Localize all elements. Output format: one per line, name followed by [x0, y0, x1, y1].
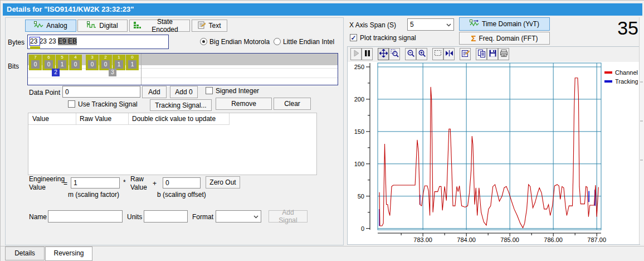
- svg-text:Tracking: Tracking: [615, 78, 638, 85]
- tracking-signal-button[interactable]: Tracking Signal...: [150, 99, 212, 111]
- add-zero-button[interactable]: Add 0: [170, 86, 198, 98]
- chevron-down-icon: [446, 21, 451, 28]
- svg-text:783.00: 783.00: [413, 236, 432, 243]
- plot-toolbar: [348, 47, 640, 62]
- add-button[interactable]: Add: [142, 86, 167, 98]
- bit-cell-5[interactable]: 51: [56, 55, 69, 70]
- zoom-out-tool-button[interactable]: [405, 48, 416, 60]
- bit-cell-0[interactable]: 01: [126, 55, 139, 70]
- format-select[interactable]: [216, 210, 261, 223]
- scaling-offset-input[interactable]: [163, 177, 201, 188]
- name-input[interactable]: [48, 210, 123, 223]
- raw-value-label-1: Raw: [130, 175, 144, 183]
- svg-text:Channel 1: Channel 1: [615, 69, 638, 76]
- equals-sign: =: [64, 180, 67, 187]
- scaling-factor-input[interactable]: [71, 177, 120, 188]
- bit-cell-3[interactable]: 30: [86, 55, 99, 70]
- x-axis-span-select[interactable]: 5: [407, 18, 454, 31]
- byte-token[interactable]: 23: [48, 37, 58, 45]
- svg-text:784.00: 784.00: [457, 236, 476, 243]
- raw-value-column-header: Raw Value: [76, 113, 128, 125]
- select-region-tool-button[interactable]: [432, 48, 443, 60]
- svg-text:0: 0: [361, 225, 364, 232]
- zoom-window-icon: [391, 49, 399, 59]
- svg-text:100: 100: [354, 161, 364, 167]
- nibble-value: 3: [109, 69, 116, 76]
- scaling-factor-caption: m (scaling factor): [68, 191, 119, 199]
- svg-text:787.00: 787.00: [587, 236, 606, 243]
- data-point-input[interactable]: [62, 86, 140, 98]
- digital-view-button[interactable]: Digital: [77, 20, 128, 32]
- svg-text:150: 150: [354, 128, 364, 135]
- text-view-button[interactable]: Text: [192, 20, 227, 32]
- data-point-label: Data Point: [29, 89, 60, 96]
- add-signal-button[interactable]: Add Signal: [269, 210, 308, 223]
- engineering-value-label-2: Value: [29, 183, 46, 191]
- little-endian-radio[interactable]: [274, 38, 281, 45]
- select-region-icon: [434, 49, 442, 59]
- print-icon: [500, 49, 508, 59]
- value-column-header: Value: [28, 113, 76, 125]
- window-title: Details for "ISO9141/KW2K 23:32:23": [7, 5, 134, 13]
- raw-value-label-2: Value: [130, 183, 147, 191]
- bit-cell-6[interactable]: 60: [42, 55, 55, 70]
- pan-icon: [379, 49, 388, 59]
- multiply-sign: *: [123, 178, 126, 186]
- bit-cell-4[interactable]: 40: [69, 55, 82, 70]
- clear-button[interactable]: Clear: [274, 98, 311, 110]
- big-endian-label: Big Endian Motorola: [209, 38, 270, 46]
- x-axis-span-label: X Axis Span (S): [349, 21, 396, 29]
- tab-reversing[interactable]: Reversing: [45, 246, 92, 261]
- plot-tracking-checkbox[interactable]: ✓: [350, 34, 357, 41]
- copy-tool-button[interactable]: [476, 48, 487, 60]
- use-tracking-signal-checkbox[interactable]: [68, 100, 75, 108]
- format-label: Format: [192, 213, 213, 221]
- print-tool-button[interactable]: [498, 48, 509, 60]
- vertical-scrollbar[interactable]: [639, 17, 644, 244]
- markers-tool-button[interactable]: [443, 48, 455, 60]
- byte-token[interactable]: 23: [40, 37, 49, 45]
- zoom-in-tool-button[interactable]: [416, 48, 427, 60]
- bytes-label: Bytes: [8, 38, 25, 46]
- big-endian-radio[interactable]: [200, 38, 207, 45]
- save-tool-button[interactable]: [487, 48, 498, 60]
- window-title-bar[interactable]: Details for "ISO9141/KW2K 23:32:23": [3, 3, 642, 16]
- signed-integer-checkbox[interactable]: [206, 87, 213, 94]
- tab-details[interactable]: Details: [5, 246, 45, 260]
- selected-bytes[interactable]: E9 EB: [58, 37, 77, 45]
- remove-button[interactable]: Remove: [216, 98, 272, 110]
- frame-counter: 35: [617, 17, 638, 39]
- selected-byte-marker: [30, 46, 40, 49]
- state-encoded-icon: [133, 21, 141, 30]
- pause-icon: [363, 49, 372, 59]
- application-window: Details for "ISO9141/KW2K 23:32:23" Anal…: [0, 0, 644, 261]
- zoom-in-icon: [418, 49, 426, 59]
- analog-view-button[interactable]: Analog: [25, 20, 76, 32]
- play-tool-button[interactable]: [350, 48, 362, 60]
- engineering-value-label-1: Engineering: [29, 175, 65, 183]
- zero-out-button[interactable]: Zero Out: [206, 176, 240, 188]
- time-domain-wave-icon: [470, 20, 479, 28]
- pause-tool-button[interactable]: [362, 48, 373, 60]
- freq-domain-button[interactable]: Σ Freq. Domain (FFT): [459, 32, 550, 45]
- digital-wave-icon: [87, 21, 96, 30]
- value-table[interactable]: Value Raw Value Double click value to up…: [28, 113, 317, 175]
- zoom-window-tool-button[interactable]: [389, 48, 400, 60]
- bits-panel[interactable]: 706051403020110123: [27, 53, 338, 85]
- byte-token[interactable]: 23: [30, 37, 40, 45]
- pan-tool-button[interactable]: [378, 48, 389, 60]
- little-endian-label: Little Endian Intel: [283, 38, 334, 46]
- units-label: Units: [127, 213, 142, 221]
- properties-tool-button[interactable]: [460, 48, 471, 60]
- chart-container: 050100150200250783.00784.00785.00786.007…: [347, 46, 640, 245]
- bit-cell-7[interactable]: 70: [29, 55, 42, 70]
- bit-cell-2[interactable]: 20: [99, 55, 112, 70]
- sigma-icon: Σ: [471, 33, 476, 43]
- time-domain-button[interactable]: Time Domain (YvT): [459, 17, 550, 31]
- bytes-input[interactable]: 23 23 23 E9 EB: [27, 35, 169, 49]
- state-encoded-view-button[interactable]: State Encoded: [129, 20, 190, 32]
- units-input[interactable]: [144, 210, 188, 223]
- bit-cell-1[interactable]: 11: [113, 55, 125, 70]
- play-icon: [352, 49, 360, 59]
- signal-plot[interactable]: 050100150200250783.00784.00785.00786.007…: [348, 62, 638, 244]
